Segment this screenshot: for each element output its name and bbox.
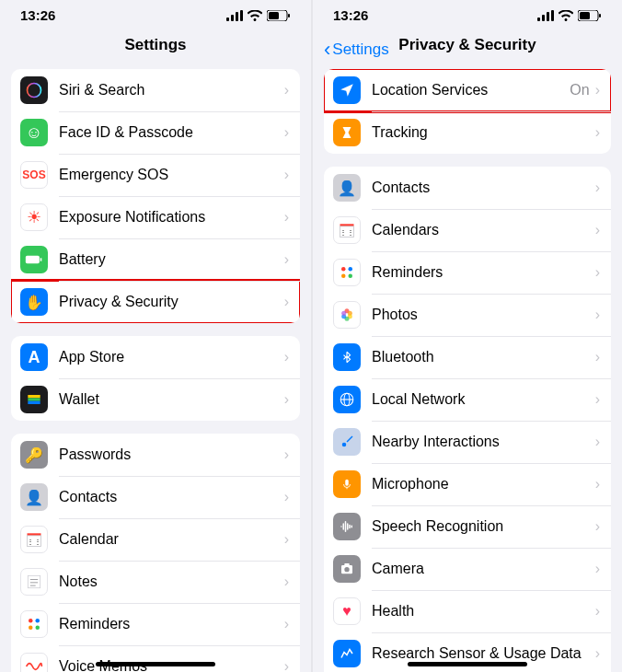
svg-rect-11 (28, 398, 40, 400)
passwords-row[interactable]: 🔑Passwords› (11, 434, 300, 476)
app-store-row[interactable]: AApp Store› (11, 336, 300, 378)
nearby-icon (333, 428, 361, 456)
svg-rect-29 (580, 12, 590, 19)
svg-rect-9 (40, 258, 42, 261)
chevron-right-icon: › (284, 446, 289, 463)
emergency-sos-row[interactable]: SOSEmergency SOS› (11, 154, 300, 196)
status-bar: 13:26 (0, 0, 311, 27)
row-label: Local Network (372, 391, 595, 408)
chevron-right-icon: › (284, 574, 289, 590)
row-label: Location Services (372, 82, 570, 98)
appstore-icon: A (20, 343, 48, 371)
chevron-right-icon: › (284, 251, 289, 268)
location-services-row[interactable]: Location ServicesOn› (324, 69, 611, 111)
calendars-privacy-row[interactable]: ⋮⋮Calendars› (324, 209, 611, 251)
battery-icon (578, 10, 602, 21)
svg-rect-8 (26, 256, 40, 263)
row-label: Speech Recognition (372, 518, 595, 535)
reminders-privacy-row[interactable]: Reminders› (324, 251, 611, 294)
microphone-row[interactable]: Microphone› (324, 463, 611, 505)
chevron-right-icon: › (595, 124, 600, 141)
chevron-right-icon: › (595, 180, 600, 196)
svg-point-20 (29, 619, 33, 623)
nav-bar: ‹Settings Privacy & Security (313, 27, 622, 64)
contacts-row[interactable]: 👤Contacts› (11, 476, 300, 518)
home-indicator[interactable] (408, 662, 527, 666)
row-label: Contacts (59, 489, 284, 505)
svg-rect-3 (240, 10, 243, 21)
privacy-screen: 13:26 ‹Settings Privacy & Security Locat… (311, 0, 622, 672)
chevron-right-icon: › (284, 391, 289, 408)
svg-point-48 (342, 443, 347, 447)
faceid-passcode-row[interactable]: ☺Face ID & Passcode› (11, 111, 300, 154)
svg-rect-25 (542, 15, 545, 21)
back-button[interactable]: ‹Settings (324, 38, 389, 62)
local-network-row[interactable]: Local Network› (324, 378, 611, 421)
row-label: Emergency SOS (59, 167, 284, 183)
row-label: Passwords (59, 446, 284, 463)
notes-icon (20, 568, 48, 596)
chevron-right-icon: › (595, 391, 600, 408)
reminders-row[interactable]: Reminders› (11, 603, 300, 645)
svg-point-35 (341, 274, 346, 279)
privacy-security-row[interactable]: ✋Privacy & Security› (11, 281, 300, 323)
status-time: 13:26 (20, 7, 55, 23)
row-label: Bluetooth (372, 349, 595, 365)
exposure-notifications-row[interactable]: ☀Exposure Notifications› (11, 196, 300, 238)
sos-icon: SOS (20, 161, 48, 189)
tracking-icon (333, 119, 361, 146)
tracking-row[interactable]: Tracking› (324, 111, 611, 154)
svg-rect-49 (345, 480, 349, 486)
home-indicator[interactable] (96, 662, 215, 666)
svg-rect-24 (537, 17, 540, 21)
notes-row[interactable]: Notes› (11, 561, 300, 603)
photos-privacy-row[interactable]: Photos› (324, 294, 611, 336)
key-icon: 🔑 (20, 441, 48, 469)
battery-row[interactable]: Battery› (11, 238, 300, 281)
row-label: Wallet (59, 391, 284, 408)
wallet-row[interactable]: Wallet› (11, 378, 300, 421)
svg-point-34 (341, 267, 346, 272)
battery-icon (20, 246, 48, 273)
face-icon: ☺ (20, 119, 48, 146)
speech-recognition-row[interactable]: Speech Recognition› (324, 505, 611, 548)
camera-privacy-row[interactable]: Camera› (324, 548, 611, 590)
settings-group: 🔑Passwords›👤Contacts›⋮⋮Calendar›Notes›Re… (11, 434, 300, 672)
settings-list[interactable]: Siri & Search›☺Face ID & Passcode›SOSEme… (0, 64, 311, 672)
svg-rect-10 (28, 395, 40, 398)
nav-bar: Settings (0, 27, 311, 64)
chevron-right-icon: › (595, 82, 600, 98)
contacts-icon: 👤 (333, 174, 361, 202)
chevron-right-icon: › (595, 222, 600, 238)
bluetooth-icon (333, 343, 361, 371)
status-indicators (537, 10, 602, 21)
chevron-right-icon: › (595, 645, 600, 662)
health-privacy-row[interactable]: ♥Health› (324, 590, 611, 632)
settings-group: 👤Contacts›⋮⋮Calendars›Reminders›Photos›B… (324, 167, 611, 672)
chevron-right-icon: › (595, 518, 600, 535)
calendar-row[interactable]: ⋮⋮Calendar› (11, 518, 300, 561)
bluetooth-privacy-row[interactable]: Bluetooth› (324, 336, 611, 378)
chevron-right-icon: › (284, 658, 289, 672)
nearby-interactions-row[interactable]: Nearby Interactions› (324, 421, 611, 463)
voice-memos-row[interactable]: Voice Memos› (11, 645, 300, 672)
row-label: Nearby Interactions (372, 434, 595, 450)
wifi-icon (559, 10, 573, 21)
row-label: App Store (59, 349, 284, 365)
row-label: Reminders (372, 264, 595, 281)
siri-search-row[interactable]: Siri & Search› (11, 69, 300, 111)
privacy-list[interactable]: Location ServicesOn›Tracking›👤Contacts›⋮… (313, 64, 622, 672)
siri-icon (20, 76, 48, 104)
battery-icon (267, 10, 291, 21)
settings-group: Location ServicesOn›Tracking› (324, 69, 611, 154)
chevron-right-icon: › (284, 294, 289, 310)
chevron-right-icon: › (284, 349, 289, 365)
signal-icon (537, 10, 554, 21)
row-label: Reminders (59, 616, 284, 632)
row-label: Photos (372, 307, 595, 323)
svg-point-21 (29, 626, 33, 631)
back-label: Settings (332, 41, 388, 59)
settings-group: Siri & Search›☺Face ID & Passcode›SOSEme… (11, 69, 300, 323)
contacts-privacy-row[interactable]: 👤Contacts› (324, 167, 611, 209)
hand-icon: ✋ (20, 288, 48, 316)
